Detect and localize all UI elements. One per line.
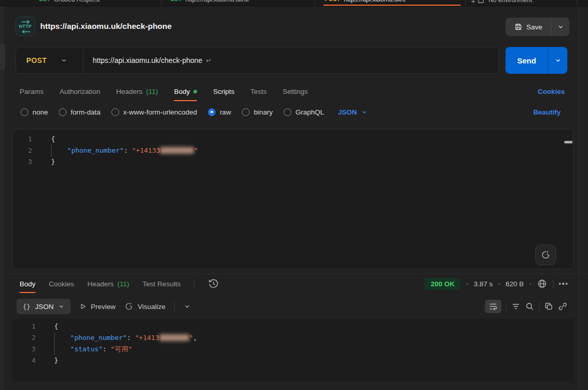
tab-tests[interactable]: Tests [250, 82, 267, 101]
redacted-value [160, 147, 194, 154]
radio-label: form-data [71, 108, 101, 116]
environment-selector[interactable]: No environment [478, 0, 532, 4]
indent-guide [51, 144, 52, 157]
line-number: 2 [12, 332, 39, 344]
radio-label: raw [220, 108, 231, 116]
response-more-actions-button[interactable] [559, 283, 568, 285]
postbot-ai-button[interactable] [535, 245, 556, 265]
response-time: 3.87 s [473, 280, 493, 288]
request-tab-active[interactable]: POST https://api.xiaomu.uk/c [325, 0, 405, 3]
code-content: } [39, 355, 58, 366]
response-tab-body[interactable]: Body [20, 274, 36, 293]
environment-icon [478, 0, 484, 4]
code-token [54, 334, 70, 342]
request-tab-2[interactable]: GET https://api.xiaomu.uk/ur [170, 0, 250, 3]
braces-icon: {} [23, 303, 30, 311]
code-token: "phone_number" [70, 334, 127, 342]
globe-icon [537, 279, 547, 289]
request-tab-strip: GET Untitled Request GET https://api.xia… [0, 0, 588, 6]
request-section-tabs: Params Authorization Headers (11) Body S… [20, 82, 565, 101]
word-wrap-icon [488, 302, 498, 311]
code-content: "phone_number": "+1413", [39, 332, 197, 344]
radio-graphql[interactable]: GraphQL [284, 108, 324, 116]
response-tab-cookies[interactable]: Cookies [49, 274, 74, 293]
response-toolbar: {} JSON Preview Visualize [17, 298, 567, 315]
filter-button[interactable] [511, 302, 520, 311]
response-tab-test-results[interactable]: Test Results [143, 274, 181, 293]
left-sidebar-rail[interactable] [0, 6, 5, 390]
tab-headers[interactable]: Headers (11) [116, 82, 158, 101]
more-views-caret[interactable] [184, 303, 191, 310]
send-button[interactable]: Send [505, 47, 548, 74]
share-link-button[interactable] [558, 302, 567, 311]
network-info-button[interactable] [537, 279, 547, 289]
cookies-link[interactable]: Cookies [537, 88, 565, 95]
chevron-down-icon [557, 23, 564, 30]
divider [194, 280, 194, 288]
code-line: 2 "phone_number": "+14133" [13, 145, 573, 156]
dot-separator [530, 283, 531, 285]
method-dropdown[interactable]: POST [16, 47, 84, 73]
radio-form-data[interactable]: form-data [59, 108, 101, 116]
tab-method-get: GET [39, 0, 51, 3]
code-line: 3 "status": "可用" [12, 344, 574, 355]
status-badge[interactable]: 200 OK [424, 278, 461, 290]
tab-scripts[interactable]: Scripts [213, 82, 234, 101]
radio-binary[interactable]: binary [242, 108, 273, 116]
response-format-dropdown[interactable]: {} JSON [17, 299, 71, 314]
code-line: 1{ [12, 321, 574, 332]
save-options-caret[interactable] [551, 18, 569, 36]
tab-body[interactable]: Body [174, 82, 197, 101]
response-history-button[interactable] [208, 278, 219, 289]
format-label: JSON [338, 108, 357, 116]
request-tab-1[interactable]: GET Untitled Request [39, 0, 100, 3]
beautify-link[interactable]: Beautify [533, 108, 561, 116]
new-tab-button[interactable]: + [471, 0, 476, 5]
preview-button[interactable]: Preview [79, 303, 116, 311]
search-button[interactable] [525, 302, 534, 311]
response-tab-headers[interactable]: Headers (11) [88, 274, 129, 293]
copy-icon [544, 302, 553, 311]
editor-scrollbar-thumb[interactable] [564, 141, 573, 143]
divider [315, 0, 315, 6]
send-button-group: Send [505, 47, 567, 74]
request-url-bar: POST https://api.xiaomu.uk/check-phone ↵ [15, 47, 499, 74]
radio-circle [59, 108, 67, 116]
radio-label: none [32, 108, 48, 116]
tab-label: Untitled Request [54, 0, 100, 3]
code-token: "status" [70, 345, 103, 353]
radio-raw[interactable]: raw [208, 108, 231, 116]
tab-label: Params [20, 88, 44, 95]
send-options-caret[interactable] [548, 47, 567, 74]
code-token: " [194, 147, 198, 154]
radio-label: GraphQL [296, 108, 324, 116]
line-number: 2 [13, 145, 36, 156]
history-clock-icon [208, 278, 219, 289]
redacted-value [159, 334, 189, 341]
word-wrap-button[interactable] [485, 300, 501, 313]
radio-none[interactable]: none [21, 108, 48, 116]
tab-params[interactable]: Params [20, 82, 44, 101]
tab-authorization[interactable]: Authorization [60, 82, 101, 101]
save-button[interactable]: Save [505, 18, 551, 36]
raw-format-dropdown[interactable]: JSON [338, 108, 368, 116]
send-label: Send [517, 56, 536, 65]
line-number: 1 [12, 321, 39, 332]
code-token: } [54, 356, 58, 364]
save-label: Save [527, 23, 543, 31]
tab-settings[interactable]: Settings [283, 82, 308, 101]
response-body-editor[interactable]: 1{2 "phone_number": "+1413",3 "status": … [12, 319, 574, 381]
code-token: "可用" [111, 345, 133, 353]
radio-circle [21, 108, 28, 116]
url-input[interactable]: https://api.xiaomu.uk/check-phone [84, 56, 202, 64]
radio-x-www-form-urlencoded[interactable]: x-www-form-urlencoded [111, 108, 197, 116]
sparkle-circle-icon [124, 302, 134, 311]
visualize-label: Visualize [138, 303, 166, 311]
copy-button[interactable] [544, 302, 553, 311]
divider [553, 280, 553, 288]
request-body-editor[interactable]: 1{2 "phone_number": "+14133"3} [12, 129, 574, 269]
format-label: JSON [35, 303, 54, 311]
rail-handle [0, 44, 5, 70]
visualize-button[interactable]: Visualize [124, 302, 166, 311]
headers-count-badge: (11) [118, 280, 129, 288]
